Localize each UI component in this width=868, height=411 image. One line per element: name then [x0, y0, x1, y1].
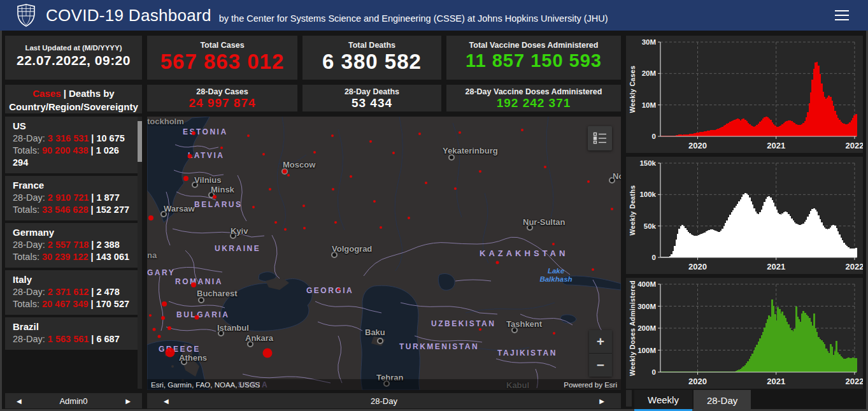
- case-dot: [161, 316, 165, 320]
- svg-text:400M: 400M: [637, 280, 656, 288]
- case-dot: [454, 187, 457, 190]
- map-label-gary: GARY: [147, 268, 175, 277]
- day28-prefix: 28-Day:: [13, 287, 48, 297]
- admin-prev-arrow-icon[interactable]: ◀: [17, 398, 22, 405]
- country-row[interactable]: Brazil28-Day: 1 563 561 | 6 687: [5, 317, 142, 350]
- day28-deaths: 6 687: [94, 334, 119, 344]
- powered-by-esri[interactable]: Powered by Esri: [564, 381, 617, 389]
- map-label-nur-sultan: Nur-Sultan: [523, 217, 565, 227]
- map-label-athens: Athens: [179, 353, 207, 363]
- deaths-toggle[interactable]: | Deaths by: [60, 88, 114, 99]
- weekly-deaths-chart[interactable]: 050k100k150k202020212022Weekly Deaths: [626, 157, 863, 274]
- day28-cases: 3 316 531: [48, 133, 89, 143]
- case-dot: [149, 314, 152, 317]
- country-totals-line: Totals: 33 546 628 | 152 277: [13, 204, 134, 216]
- case-dot: [380, 226, 382, 229]
- country-row[interactable]: Germany28-Day: 2 557 718 | 2 388Totals: …: [5, 223, 142, 268]
- scrollbar-track[interactable]: [138, 117, 142, 389]
- case-dot: [252, 206, 255, 208]
- day28-cases: 1 563 561: [48, 334, 89, 344]
- country-28day-line: 28-Day: 3 316 531 | 10 675: [13, 133, 134, 145]
- case-dot: [153, 328, 156, 331]
- map-zoom-controls: + −: [589, 330, 612, 377]
- legend-button[interactable]: [588, 126, 612, 150]
- case-dot: [191, 282, 196, 287]
- case-dot: [552, 243, 555, 245]
- case-dot: [195, 315, 199, 320]
- tab-fragment: [626, 390, 632, 407]
- case-dot: [284, 228, 287, 231]
- country-28day-line: 28-Day: 2 371 612 | 2 478: [13, 286, 134, 298]
- country-totals-line: Totals: 30 239 122 | 143 061: [13, 251, 134, 263]
- case-dot: [263, 349, 273, 358]
- map-label-istanbul: Istanbul: [217, 323, 249, 333]
- admin-level-selector: ◀ Admin0 ▶: [5, 393, 142, 408]
- country-totals-line: Totals: 20 467 349 | 170 527: [13, 298, 134, 310]
- country-row[interactable]: Italy28-Day: 2 371 612 | 2 478Totals: 20…: [5, 270, 142, 315]
- scrollbar-thumb[interactable]: [138, 121, 142, 162]
- map-label-vilnius: Vilnius: [194, 175, 221, 185]
- map-label-kazakhstan: KAZAKHSTAN: [480, 249, 568, 258]
- svg-text:2022: 2022: [845, 377, 863, 386]
- case-dot: [521, 129, 523, 131]
- map-label-bulgaria: BULGARIA: [176, 310, 229, 319]
- svg-text:30M: 30M: [642, 38, 656, 46]
- stat-panel-total-deaths: Total Deaths6 380 582: [302, 36, 441, 80]
- country-row[interactable]: US28-Day: 3 316 531 | 10 675Totals: 90 2…: [5, 117, 142, 173]
- stat-panel-total-vaccine-doses-administered: Total Vaccine Doses Administered11 857 1…: [446, 36, 621, 80]
- map-label-tajikistan: TAJIKISTAN: [497, 349, 557, 357]
- weekly-cases-panel: 010M20M30M202020212022Weekly Cases: [626, 36, 863, 153]
- case-dot: [302, 205, 305, 207]
- case-dot: [158, 335, 161, 338]
- svg-text:Weekly Doses Administered: Weekly Doses Administered: [629, 280, 636, 376]
- svg-text:2022: 2022: [845, 141, 863, 150]
- case-dot: [313, 151, 316, 154]
- total-cases: 20 467 349: [42, 299, 89, 309]
- country-list[interactable]: US28-Day: 3 316 531 | 10 675Totals: 90 2…: [5, 117, 142, 389]
- svg-text:150k: 150k: [639, 159, 656, 167]
- total-deaths: 170 527: [94, 299, 129, 309]
- map-label-lake-balkhash: Lake Balkhash: [536, 267, 576, 284]
- separator: |: [89, 252, 94, 262]
- day28-cases: 2 557 718: [48, 240, 89, 250]
- stat-value: 567 863 012: [147, 50, 297, 73]
- page-subtitle: by the Center for Systems Science and En…: [219, 8, 608, 24]
- charts-column: 010M20M30M202020212022Weekly Cases050k10…: [626, 36, 863, 393]
- covid-dashboard: COVID-19 Dashboard by the Center for Sys…: [0, 0, 868, 411]
- time-prev-arrow-icon[interactable]: ◀: [164, 398, 169, 405]
- jhu-shield-logo-icon: [17, 4, 36, 27]
- svg-text:2021: 2021: [767, 262, 785, 271]
- map-label-tockholm: tockholm: [147, 117, 184, 126]
- svg-text:2021: 2021: [767, 141, 785, 150]
- stat-label: 28-Day Vaccine Doses Administered: [446, 87, 621, 96]
- map-label-no: No: [613, 171, 621, 181]
- totals-prefix: Totals:: [13, 299, 42, 309]
- zoom-out-button[interactable]: −: [589, 353, 612, 377]
- last-updated-value: 22.07.2022, 09:20: [5, 53, 142, 68]
- weekly-cases-chart[interactable]: 010M20M30M202020212022Weekly Cases: [626, 36, 863, 153]
- zoom-in-button[interactable]: +: [589, 330, 612, 353]
- case-dot: [587, 180, 590, 183]
- case-dot: [166, 348, 175, 357]
- map-label-baku: Baku: [365, 328, 385, 337]
- case-dot: [303, 227, 306, 229]
- svg-text:0: 0: [652, 254, 656, 261]
- case-dot: [332, 188, 334, 191]
- separator: |: [89, 145, 94, 155]
- time-next-arrow-icon[interactable]: ▶: [599, 398, 604, 405]
- weekly-doses-chart[interactable]: 0100M200M300M400M202020212022Weekly Dose…: [626, 278, 863, 389]
- menu-icon[interactable]: [831, 6, 853, 24]
- case-dot: [459, 131, 461, 134]
- country-row[interactable]: France28-Day: 2 910 721 | 1 877Totals: 3…: [5, 176, 142, 220]
- header: COVID-19 Dashboard by the Center for Sys…: [0, 0, 868, 31]
- country-name: France: [13, 180, 134, 191]
- cases-toggle[interactable]: Cases: [32, 88, 60, 99]
- country-28day-line: 28-Day: 2 910 721 | 1 877: [13, 192, 134, 204]
- tab-weekly[interactable]: Weekly: [634, 390, 692, 411]
- map-label-volgograd: Volgograd: [332, 244, 372, 254]
- svg-text:200M: 200M: [637, 324, 656, 332]
- map[interactable]: + − Esri, Garmin, FAO, NOAA, USGS Powere…: [147, 117, 621, 390]
- case-dot: [274, 221, 277, 224]
- admin-next-arrow-icon[interactable]: ▶: [125, 398, 131, 405]
- tab-28-day[interactable]: 28-Day: [694, 390, 751, 411]
